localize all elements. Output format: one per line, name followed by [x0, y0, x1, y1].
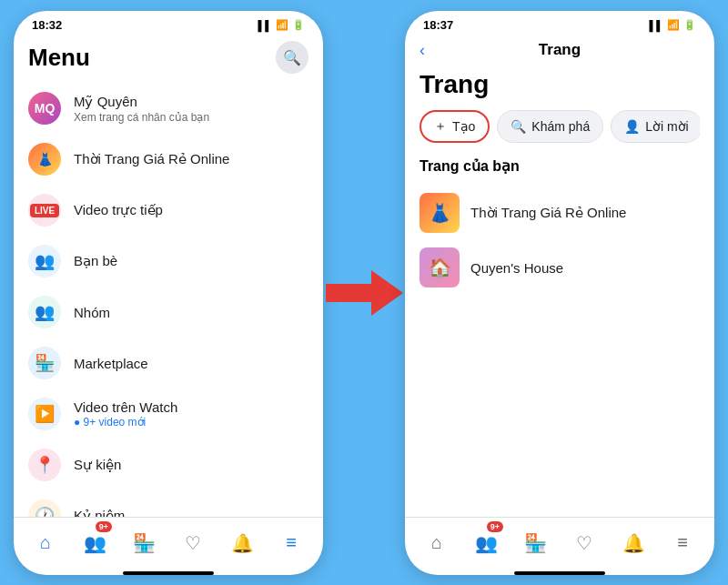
- page-avatar-1: 👗: [420, 193, 460, 233]
- menu-title: Menu: [28, 44, 90, 72]
- marketplace-label: Marketplace: [74, 356, 148, 371]
- profile-avatar: MQ: [28, 92, 61, 125]
- left-phone: 18:32 ▌▌ 📶 🔋 Menu 🔍 MQ Mỹ Quyên Xem tran…: [14, 11, 323, 575]
- signal-icon: ▌▌: [258, 20, 272, 31]
- bottom-nav-right: ⌂ 👥 9+ 🏪 ♡ 🔔 ≡: [405, 517, 714, 568]
- time-right: 18:37: [423, 18, 453, 32]
- events-icon: 📍: [28, 449, 61, 481]
- watch-text: Video trên Watch ● 9+ video mới: [74, 399, 177, 429]
- nav-home-left[interactable]: ⌂: [21, 518, 70, 568]
- bottom-nav-left: ⌂ 👥 9+ 🏪 ♡ 🔔 ≡: [14, 517, 323, 568]
- status-bar-left: 18:32 ▌▌ 📶 🔋: [14, 11, 323, 35]
- nav-shop-left[interactable]: 🏪: [119, 518, 168, 568]
- right-header: ‹ Trang: [405, 35, 714, 63]
- tab-create[interactable]: ＋ Tạo: [420, 110, 490, 143]
- invites-icon: 👤: [624, 119, 640, 134]
- page-avatar-2: 🏠: [420, 247, 460, 287]
- menu-item-friends[interactable]: 👥 Bạn bè: [17, 236, 319, 287]
- live-label: Video trực tiếp: [74, 202, 163, 218]
- nav-menu-left[interactable]: ≡: [267, 518, 316, 568]
- explore-icon: 🔍: [511, 119, 526, 134]
- nav-friends-right[interactable]: 👥 9+: [461, 518, 511, 568]
- signal-icon-right: ▌▌: [649, 20, 663, 31]
- profile-text: Mỹ Quyên Xem trang cá nhân của bạn: [74, 94, 209, 124]
- shop-name: Thời Trang Giá Rẻ Online: [74, 151, 229, 167]
- right-phone: 18:37 ▌▌ 📶 🔋 ‹ Trang Trang ＋ Tạo 🔍 Khám …: [405, 11, 714, 575]
- watch-sub: ● 9+ video mới: [74, 416, 177, 429]
- menu-list: MQ Mỹ Quyên Xem trang cá nhân của bạn 👗 …: [14, 83, 323, 517]
- search-button[interactable]: 🔍: [276, 41, 308, 74]
- wifi-icon: 📶: [276, 19, 288, 31]
- wifi-icon-right: 📶: [667, 19, 680, 31]
- tab-row: ＋ Tạo 🔍 Khám phá 👤 Lời mời 👍 Tr: [420, 110, 700, 143]
- memories-icon: 🕐: [28, 499, 61, 517]
- menu-item-marketplace[interactable]: 🏪 Marketplace: [17, 338, 319, 388]
- nav-heart-right[interactable]: ♡: [560, 518, 609, 568]
- profile-name: Mỹ Quyên: [74, 94, 209, 110]
- profile-sub: Xem trang cá nhân của bạn: [74, 111, 209, 124]
- watch-icon: ▶️: [28, 398, 61, 430]
- explore-label: Khám phá: [531, 119, 590, 134]
- page-item-2[interactable]: 🏠 Quyen's House: [420, 240, 700, 295]
- direction-arrow: [323, 0, 405, 585]
- time-left: 18:32: [32, 18, 62, 32]
- right-content: Trang ＋ Tạo 🔍 Khám phá 👤 Lời mời 👍 Tr Tr…: [405, 63, 714, 517]
- marketplace-icon: 🏪: [28, 347, 61, 379]
- menu-item-memories[interactable]: 🕐 Kỷ niệm: [17, 490, 319, 517]
- page-name-2: Quyen's House: [470, 260, 563, 276]
- events-label: Sự kiện: [74, 457, 121, 473]
- status-bar-right: 18:37 ▌▌ 📶 🔋: [405, 11, 714, 35]
- battery-icon: 🔋: [292, 19, 305, 31]
- menu-item-events[interactable]: 📍 Sự kiện: [17, 439, 319, 490]
- watch-label: Video trên Watch: [74, 399, 177, 415]
- nav-home-right[interactable]: ⌂: [412, 518, 461, 568]
- nav-shop-right[interactable]: 🏪: [511, 518, 560, 568]
- tab-invites[interactable]: 👤 Lời mời: [611, 110, 700, 143]
- friends-badge-right: 9+: [487, 521, 503, 532]
- nav-bell-left[interactable]: 🔔: [217, 518, 267, 568]
- home-indicator-left: [123, 571, 214, 575]
- menu-item-shop-profile[interactable]: 👗 Thời Trang Giá Rẻ Online: [17, 134, 319, 185]
- nav-friends-left[interactable]: 👥 9+: [70, 518, 119, 568]
- status-icons-left: ▌▌ 📶 🔋: [258, 19, 305, 31]
- memories-label: Kỷ niệm: [74, 508, 125, 517]
- live-icon: LIVE: [28, 194, 61, 227]
- menu-item-profile[interactable]: MQ Mỹ Quyên Xem trang cá nhân của bạn: [17, 83, 319, 134]
- page-name-1: Thời Trang Giá Rẻ Online: [470, 205, 626, 221]
- invites-label: Lời mời: [645, 119, 689, 134]
- friends-icon: 👥: [28, 245, 61, 277]
- groups-label: Nhóm: [74, 305, 110, 320]
- friends-badge-left: 9+: [96, 521, 112, 532]
- menu-header: Menu 🔍: [14, 35, 323, 83]
- page-main-title: Trang: [420, 63, 700, 110]
- arrow-shaft: [326, 284, 371, 302]
- back-button[interactable]: ‹: [420, 41, 425, 60]
- nav-menu-right[interactable]: ≡: [658, 518, 707, 568]
- arrow-graphic: [326, 270, 403, 316]
- page-item-1[interactable]: 👗 Thời Trang Giá Rẻ Online: [420, 186, 700, 240]
- tab-explore[interactable]: 🔍 Khám phá: [497, 110, 603, 143]
- nav-bell-right[interactable]: 🔔: [609, 518, 658, 568]
- section-title: Trang của bạn: [420, 157, 700, 175]
- menu-item-live[interactable]: LIVE Video trực tiếp: [17, 185, 319, 236]
- groups-icon: 👥: [28, 296, 61, 328]
- arrow-head: [371, 270, 403, 316]
- nav-heart-left[interactable]: ♡: [168, 518, 217, 568]
- status-icons-right: ▌▌ 📶 🔋: [649, 19, 696, 31]
- menu-item-groups[interactable]: 👥 Nhóm: [17, 287, 319, 338]
- shop-avatar: 👗: [28, 143, 61, 176]
- menu-item-watch[interactable]: ▶️ Video trên Watch ● 9+ video mới: [17, 388, 319, 439]
- home-indicator-right: [514, 571, 605, 575]
- right-header-title: Trang: [539, 41, 581, 59]
- battery-icon-right: 🔋: [683, 19, 696, 31]
- create-label: Tạo: [452, 119, 475, 134]
- friends-label: Bạn bè: [74, 253, 117, 269]
- create-icon: ＋: [434, 118, 447, 135]
